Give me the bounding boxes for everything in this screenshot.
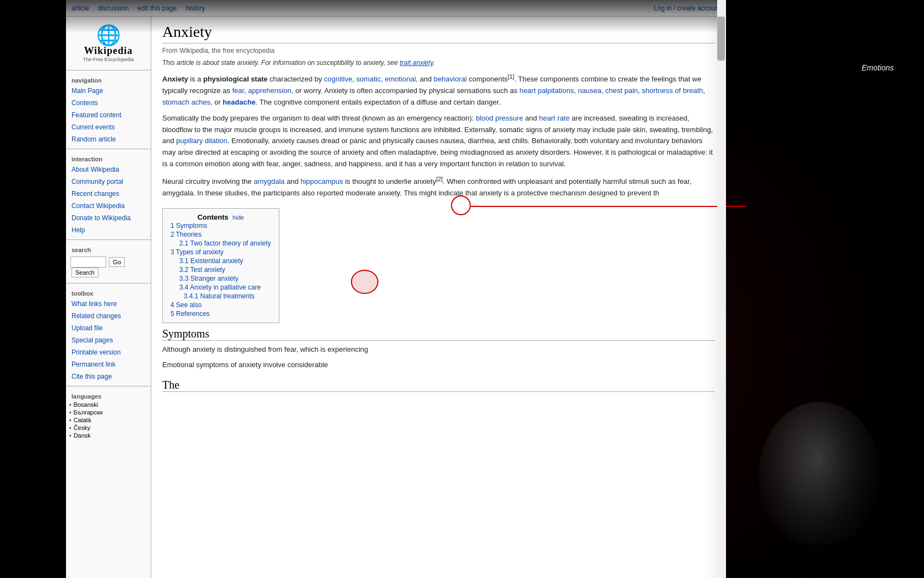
intro-paragraph-1: Anxiety is a physiological state charact… xyxy=(162,72,715,108)
tool-cite[interactable]: Cite this page xyxy=(66,370,151,383)
intro-paragraph-3: Neural circuitry involving the amygdala … xyxy=(162,175,715,199)
content-area: Anxiety From Wikipedia, the free encyclo… xyxy=(151,17,726,578)
tool-special-pages[interactable]: Special pages xyxy=(66,334,151,346)
toc-item-3-3: 3.3 Stranger anxiety xyxy=(170,274,271,283)
toc-item-2: 2 Theories xyxy=(170,230,271,239)
search-input[interactable] xyxy=(70,257,106,268)
lang-bosanski[interactable]: Bosanski xyxy=(66,401,151,408)
int-about[interactable]: About Wikipedia xyxy=(66,163,151,176)
intro-paragraph-2: Somatically the body prepares the organi… xyxy=(162,113,715,170)
toc-item-1: 1 Symptoms xyxy=(170,221,271,230)
wiki-logo-sub: The Free Encyclopedia xyxy=(68,57,148,62)
symptoms-text-2: Emotional symptoms of anxiety involve co… xyxy=(162,359,715,371)
lang-section-title: languages xyxy=(66,390,151,401)
tool-printable[interactable]: Printable version xyxy=(66,346,151,358)
nav-section-title: navigation xyxy=(66,74,151,85)
symptoms-section-title: Symptoms xyxy=(162,328,715,341)
tool-what-links[interactable]: What links here xyxy=(66,298,151,310)
int-help[interactable]: Help xyxy=(66,224,151,236)
lang-bulgarian[interactable]: Български xyxy=(66,408,151,416)
toc-box: Contents hide 1 Symptoms 2 Theories 2.1 … xyxy=(162,208,279,323)
sidebar-logo: 🌐 Wikipedia The Free Encyclopedia xyxy=(66,21,151,67)
skull-image xyxy=(759,402,880,545)
int-community[interactable]: Community portal xyxy=(66,176,151,188)
article-dark-overlay xyxy=(704,17,924,578)
hatnote-link[interactable]: trait anxiety xyxy=(400,59,433,67)
tool-related-changes[interactable]: Related changes xyxy=(66,310,151,322)
wiki-logo-text: Wikipedia xyxy=(68,45,148,57)
theories-section-title: The xyxy=(162,379,715,392)
sidebar: 🌐 Wikipedia The Free Encyclopedia naviga… xyxy=(66,17,151,578)
toc-item-3: 3 Types of anxiety xyxy=(170,248,271,257)
search-button[interactable]: Search xyxy=(72,268,98,277)
page-title: Anxiety xyxy=(162,23,715,43)
top-bar-tabs: article discussion edit this page histor… xyxy=(72,4,205,12)
toc-item-4: 4 See also xyxy=(170,301,271,309)
top-bar: article discussion edit this page histor… xyxy=(66,0,726,17)
tool-upload[interactable]: Upload file xyxy=(66,322,151,334)
toc-hide-link[interactable]: hide xyxy=(233,214,244,221)
int-contact[interactable]: Contact Wikipedia xyxy=(66,200,151,212)
interaction-divider xyxy=(66,149,151,149)
page-subtitle: From Wikipedia, the free encyclopedia xyxy=(162,47,715,54)
hatnote-text: This article is about state anxiety. For… xyxy=(162,59,398,67)
nav-divider xyxy=(66,70,151,70)
scrollbar[interactable] xyxy=(717,0,726,578)
nav-main-page[interactable]: Main Page xyxy=(66,85,151,97)
tab-history[interactable]: history xyxy=(185,4,205,12)
search-box: Go Search xyxy=(66,254,151,280)
toolbox-section-title: toolbox xyxy=(66,287,151,298)
emotions-label: Emotions xyxy=(862,63,894,72)
toc-title: Contents hide xyxy=(170,213,271,221)
tab-article[interactable]: article xyxy=(72,4,89,12)
tab-edit[interactable]: edit this page xyxy=(138,4,177,12)
lang-divider xyxy=(66,386,151,386)
toc-item-5: 5 References xyxy=(170,309,271,318)
toc-item-3-2: 3.2 Test anxiety xyxy=(170,265,271,274)
int-donate[interactable]: Donate to Wikipedia xyxy=(66,212,151,224)
symptoms-text: Although anxiety is distinguished from f… xyxy=(162,344,715,356)
hatnote: This article is about state anxiety. For… xyxy=(162,59,715,67)
interaction-section-title: interaction xyxy=(66,152,151,163)
search-section-title: search xyxy=(66,243,151,254)
wiki-page: article discussion edit this page histor… xyxy=(66,0,726,578)
toc-item-3-4-1: 3.4.1 Natural treatments xyxy=(170,292,271,301)
lang-catala[interactable]: Català xyxy=(66,416,151,424)
main-layout: 🌐 Wikipedia The Free Encyclopedia naviga… xyxy=(66,17,726,578)
toc-item-2-1: 2.1 Two factor theory of anxiety xyxy=(170,239,271,248)
lang-cesky[interactable]: Česky xyxy=(66,424,151,432)
login-link[interactable]: Log in / create account xyxy=(654,4,721,12)
toc-item-3-1: 3.1 Existential anxiety xyxy=(170,257,271,265)
tool-permanent[interactable]: Permanent link xyxy=(66,358,151,370)
toolbox-divider xyxy=(66,283,151,283)
nav-random[interactable]: Random article xyxy=(66,133,151,145)
go-button[interactable]: Go xyxy=(109,257,125,267)
nav-featured[interactable]: Featured content xyxy=(66,109,151,121)
int-recent[interactable]: Recent changes xyxy=(66,188,151,200)
lang-dansk[interactable]: Dansk xyxy=(66,432,151,439)
toc-item-3-4: 3.4 Anxiety in palliative care xyxy=(170,283,271,292)
nav-contents[interactable]: Contents xyxy=(66,97,151,109)
search-divider xyxy=(66,239,151,240)
nav-current-events[interactable]: Current events xyxy=(66,121,151,133)
tab-discussion[interactable]: discussion xyxy=(98,4,129,12)
